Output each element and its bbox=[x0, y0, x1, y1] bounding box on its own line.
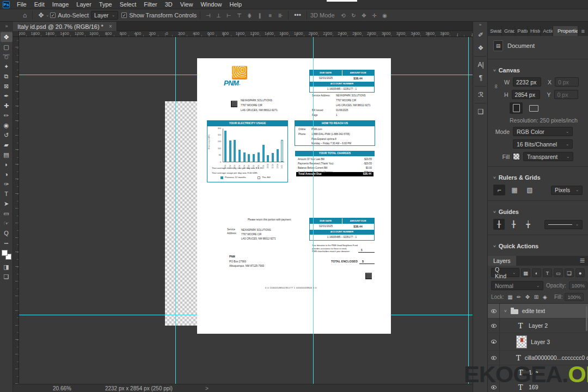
pen-tool[interactable]: ✑ bbox=[1, 179, 13, 189]
fill-opacity-input[interactable]: 100% bbox=[565, 293, 583, 301]
layer-name[interactable]: Layer 2 bbox=[529, 322, 548, 329]
x-input[interactable]: 0 px bbox=[555, 77, 579, 87]
menu-edit[interactable]: Edit bbox=[30, 0, 48, 9]
guides-toggle-icon[interactable]: ╂ bbox=[493, 219, 505, 230]
lasso-tool[interactable]: ➰ bbox=[1, 52, 13, 62]
tab-actio[interactable]: Actio bbox=[541, 26, 553, 36]
pixel-filter-icon[interactable]: ▦ bbox=[521, 268, 530, 277]
document-selector[interactable]: ▤ Document bbox=[488, 36, 588, 56]
filter-switch-icon[interactable]: ● bbox=[575, 268, 585, 277]
panel-menu-icon[interactable]: ≡ bbox=[578, 26, 588, 36]
lock-artboard-icon[interactable]: ⊞ bbox=[532, 294, 540, 300]
guides-section-header[interactable]: ˅Guides bbox=[488, 204, 588, 217]
frame-tool[interactable]: ⊠ bbox=[1, 81, 13, 91]
tab-gradi[interactable]: Gradi bbox=[502, 26, 515, 36]
dock-collapse-icon[interactable]: » bbox=[473, 22, 487, 28]
portrait-orientation-button[interactable] bbox=[510, 102, 523, 114]
layer-row[interactable]: Layer 3 bbox=[488, 333, 588, 351]
visibility-toggle[interactable] bbox=[488, 318, 500, 333]
zoom-tool[interactable]: Q bbox=[1, 228, 13, 238]
layer-name[interactable]: edite text bbox=[522, 308, 546, 314]
distribute-right-icon[interactable]: ⊪ bbox=[276, 13, 285, 19]
layer-filter-kind-select[interactable]: Q Kind⌄ bbox=[491, 268, 519, 277]
canvas-section-header[interactable]: ˅Canvas bbox=[488, 63, 588, 76]
tab-patte[interactable]: Patte bbox=[515, 26, 528, 36]
tab-histo[interactable]: Histo bbox=[528, 26, 541, 36]
menu-window[interactable]: Window bbox=[197, 0, 225, 9]
align-right-icon[interactable]: ⊢ bbox=[224, 13, 233, 19]
path-select-tool[interactable]: ➤ bbox=[1, 199, 13, 209]
shape-filter-icon[interactable]: ▭ bbox=[554, 268, 563, 277]
ruler-toggle-icon[interactable]: ⌐ bbox=[493, 185, 505, 195]
align-left-icon[interactable]: ⊣ bbox=[204, 13, 212, 19]
rulers-grids-section-header[interactable]: ˅Rulers & Grids bbox=[488, 170, 588, 183]
bill-document-page[interactable]: PNM® DUE DATEAMOUNT DUE 02/01/2025$38.44… bbox=[197, 58, 391, 334]
auto-select-target-dropdown[interactable]: Layer⌄ bbox=[91, 11, 118, 20]
snap-toggle-icon[interactable]: ▧ bbox=[524, 185, 536, 195]
vertical-ruler[interactable] bbox=[13, 37, 19, 384]
menu-help[interactable]: Help bbox=[226, 0, 246, 9]
menu-layer[interactable]: Layer bbox=[72, 0, 95, 9]
roll-3d-icon[interactable]: ↻ bbox=[350, 13, 358, 19]
width-input[interactable]: 2232 px bbox=[513, 77, 541, 87]
crop-tool[interactable]: ⧉ bbox=[1, 71, 13, 81]
home-icon[interactable]: ⌂ bbox=[21, 11, 29, 19]
menu-type[interactable]: Type bbox=[95, 0, 116, 9]
foreground-background-colors[interactable] bbox=[2, 250, 11, 260]
guide-style-select[interactable]: ⌄ bbox=[544, 220, 583, 229]
menu-select[interactable]: Select bbox=[116, 0, 140, 9]
brush-tool[interactable]: ✏ bbox=[1, 111, 13, 120]
layer-row[interactable]: TLayer 2 bbox=[488, 318, 588, 333]
landscape-orientation-button[interactable] bbox=[527, 102, 540, 114]
fill-swatch[interactable] bbox=[513, 153, 520, 160]
grid-toggle-icon[interactable]: ▦ bbox=[509, 185, 520, 195]
status-chevron-icon[interactable]: > bbox=[205, 385, 209, 391]
gradient-tool[interactable]: ▤ bbox=[1, 150, 13, 160]
character-panel-icon[interactable]: A| bbox=[473, 58, 488, 71]
bit-depth-select[interactable]: 16 Bits/Channel⌄ bbox=[513, 139, 573, 149]
group-chevron-icon[interactable]: ˅ bbox=[504, 309, 507, 314]
lock-position-icon[interactable]: ✥ bbox=[524, 294, 531, 300]
distribute-left-icon[interactable]: ≡ bbox=[266, 13, 274, 19]
foreground-color-swatch[interactable] bbox=[2, 250, 8, 256]
camera-3d-icon[interactable]: ◉ bbox=[381, 13, 389, 19]
lock-paint-icon[interactable]: ✏ bbox=[515, 294, 523, 300]
y-input[interactable]: 0 px bbox=[554, 90, 578, 99]
menu-image[interactable]: Image bbox=[48, 0, 73, 9]
layer-name[interactable]: Layer 3 bbox=[531, 339, 550, 345]
brush-settings-icon[interactable]: ✐ bbox=[473, 28, 488, 41]
align-center-icon[interactable]: ⊥ bbox=[214, 13, 223, 19]
menu-3d[interactable]: 3D bbox=[161, 0, 176, 9]
units-select[interactable]: Pixels⌄ bbox=[551, 186, 583, 195]
3d-panel-icon[interactable]: ❑ bbox=[473, 105, 488, 118]
healing-brush-tool[interactable]: ✚ bbox=[1, 101, 13, 111]
guide-vertical-2[interactable] bbox=[313, 37, 314, 384]
tab-swatc[interactable]: Swatc bbox=[488, 26, 502, 36]
layers-menu-icon[interactable]: ≡ bbox=[577, 256, 588, 266]
layer-row[interactable]: ˅edite text bbox=[488, 304, 588, 318]
edit-toolbar-icon[interactable]: ••• bbox=[1, 238, 13, 248]
adjustment-filter-icon[interactable]: ◐ bbox=[532, 268, 541, 277]
move-tool-icon[interactable]: ✥ bbox=[36, 11, 46, 19]
tab-properties[interactable]: Properties bbox=[553, 26, 578, 36]
opacity-input[interactable]: 100% bbox=[569, 281, 587, 290]
document-tab[interactable]: Italy id.psd @ 20.7% (RGB/16) * × bbox=[13, 22, 117, 31]
guide-vertical-1[interactable] bbox=[175, 37, 176, 384]
fill-select[interactable]: Transparent⌄ bbox=[523, 152, 573, 161]
lock-transparency-icon[interactable]: ▦ bbox=[506, 294, 514, 300]
more-options-icon[interactable]: ••• bbox=[292, 11, 303, 19]
marquee-tool[interactable]: ▢ bbox=[1, 42, 13, 52]
menu-filter[interactable]: Filter bbox=[140, 0, 161, 9]
glyphs-panel-icon[interactable]: ℛ bbox=[473, 88, 488, 101]
type-filter-icon[interactable]: T bbox=[543, 268, 552, 277]
lock-guides-icon[interactable]: ╊ bbox=[508, 219, 519, 230]
height-input[interactable]: 2854 px bbox=[512, 90, 540, 99]
zoom-level-field[interactable]: 20.66% bbox=[53, 385, 71, 391]
menu-file[interactable]: File bbox=[13, 0, 30, 9]
eraser-tool[interactable]: ▰ bbox=[1, 140, 13, 150]
object-selection-tool[interactable]: ✦ bbox=[1, 62, 13, 71]
toolbar-collapse-icon[interactable]: » bbox=[0, 22, 13, 31]
guide-vertical-3[interactable] bbox=[468, 37, 469, 384]
canvas-area[interactable]: PNM® DUE DATEAMOUNT DUE 02/01/2025$38.44… bbox=[19, 37, 473, 384]
clone-source-icon[interactable]: ❖ bbox=[473, 41, 488, 54]
